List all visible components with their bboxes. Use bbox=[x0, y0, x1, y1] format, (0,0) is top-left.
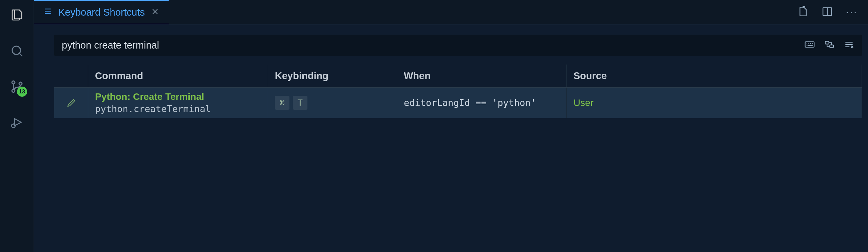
sort-precedence-button[interactable] bbox=[824, 39, 835, 51]
clear-input-button[interactable] bbox=[844, 39, 854, 51]
key-chip: ⌘ bbox=[275, 96, 289, 110]
activity-run-debug[interactable] bbox=[8, 114, 25, 131]
close-icon bbox=[151, 7, 159, 16]
col-command[interactable]: Command bbox=[88, 65, 268, 87]
open-changes-button[interactable] bbox=[797, 6, 809, 19]
command-id: python.createTerminal bbox=[95, 104, 211, 114]
activity-source-control[interactable]: 13 bbox=[8, 78, 25, 95]
files-icon bbox=[10, 8, 24, 22]
command-title: Python: Create Terminal bbox=[95, 91, 204, 102]
clear-icon bbox=[844, 39, 854, 50]
editor-main: Keyboard Shortcuts ··· bbox=[34, 0, 868, 252]
activity-search[interactable] bbox=[8, 42, 25, 59]
key-chip: T bbox=[293, 96, 307, 110]
svg-point-3 bbox=[19, 82, 22, 85]
keybinding-cell: ⌘ T bbox=[268, 88, 397, 118]
scm-badge: 13 bbox=[17, 87, 27, 97]
split-editor-button[interactable] bbox=[822, 6, 833, 19]
record-keys-button[interactable] bbox=[804, 39, 815, 51]
search-bar bbox=[54, 35, 862, 56]
tab-close-button[interactable] bbox=[151, 7, 159, 18]
table-row[interactable]: Python: Create Terminal python.createTer… bbox=[54, 88, 862, 118]
tab-keyboard-shortcuts[interactable]: Keyboard Shortcuts bbox=[34, 0, 169, 24]
command-cell: Python: Create Terminal python.createTer… bbox=[88, 88, 268, 118]
table-header: Command Keybinding When Source bbox=[54, 65, 862, 88]
when-cell: editorLangId == 'python' bbox=[397, 88, 567, 118]
svg-point-0 bbox=[12, 46, 21, 55]
search-icon bbox=[10, 44, 24, 58]
col-when[interactable]: When bbox=[397, 65, 567, 87]
search-input[interactable] bbox=[62, 40, 804, 51]
tab-title: Keyboard Shortcuts bbox=[58, 7, 145, 18]
pencil-icon bbox=[66, 98, 76, 108]
tab-bar: Keyboard Shortcuts ··· bbox=[34, 0, 868, 24]
activity-explorer[interactable] bbox=[8, 7, 25, 24]
activity-bar: 13 bbox=[0, 0, 34, 252]
svg-rect-8 bbox=[830, 45, 833, 48]
source-cell: User bbox=[567, 88, 862, 118]
keyboard-icon bbox=[804, 39, 815, 50]
svg-rect-6 bbox=[805, 42, 814, 47]
more-actions-button[interactable]: ··· bbox=[846, 7, 858, 18]
sort-icon bbox=[824, 39, 835, 50]
list-icon bbox=[43, 7, 52, 18]
svg-rect-7 bbox=[825, 41, 829, 44]
debug-icon bbox=[10, 115, 24, 129]
col-keybinding[interactable]: Keybinding bbox=[268, 65, 397, 87]
keyboard-shortcuts-editor: Command Keybinding When Source Python: C… bbox=[34, 24, 868, 252]
svg-point-1 bbox=[12, 81, 15, 84]
file-go-icon bbox=[797, 6, 809, 17]
split-icon bbox=[822, 6, 833, 17]
shortcuts-table: Command Keybinding When Source Python: C… bbox=[54, 65, 862, 118]
editor-actions: ··· bbox=[797, 0, 868, 24]
edit-keybinding-button[interactable] bbox=[54, 88, 88, 118]
col-source[interactable]: Source bbox=[567, 65, 862, 87]
